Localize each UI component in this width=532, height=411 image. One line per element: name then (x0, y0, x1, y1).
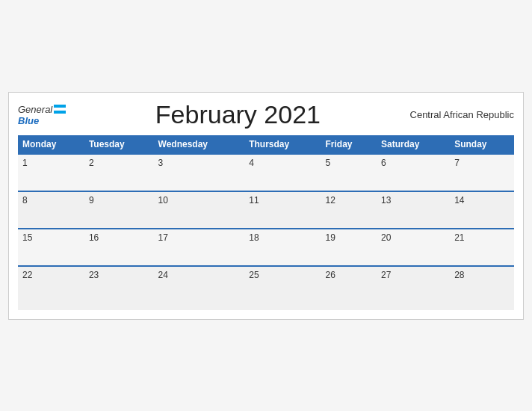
calendar-day: 10 (154, 191, 245, 229)
header-saturday: Saturday (377, 135, 450, 154)
calendar-day: 25 (244, 266, 321, 310)
calendar-day: 12 (321, 191, 377, 229)
calendar-day: 20 (377, 229, 450, 266)
calendar-week-1: 1234567 (18, 154, 514, 191)
logo: General Blue (18, 102, 66, 126)
calendar-day: 17 (154, 229, 245, 266)
calendar-week-4: 22232425262728 (18, 266, 514, 310)
calendar-day: 4 (244, 154, 321, 191)
logo-blue-text: Blue (18, 116, 39, 126)
logo-general-text: General (18, 102, 66, 116)
calendar-week-3: 15161718192021 (18, 229, 514, 266)
header-friday: Friday (321, 135, 377, 154)
country-label: Central African Republic (410, 109, 514, 120)
calendar-table: Monday Tuesday Wednesday Thursday Friday… (18, 135, 514, 310)
calendar-day: 21 (450, 229, 514, 266)
calendar-day: 22 (18, 266, 84, 310)
header-sunday: Sunday (450, 135, 514, 154)
calendar-day: 1 (18, 154, 84, 191)
calendar-day: 2 (84, 154, 154, 191)
calendar-day: 9 (84, 191, 154, 229)
calendar-day: 23 (84, 266, 154, 310)
calendar-day: 24 (154, 266, 245, 310)
calendar-day: 19 (321, 229, 377, 266)
calendar-title: February 2021 (155, 100, 321, 129)
calendar-week-2: 891011121314 (18, 191, 514, 229)
calendar-day: 16 (84, 229, 154, 266)
header-tuesday: Tuesday (84, 135, 154, 154)
calendar-day: 15 (18, 229, 84, 266)
header-monday: Monday (18, 135, 84, 154)
calendar-day: 27 (377, 266, 450, 310)
calendar-day: 18 (244, 229, 321, 266)
calendar-day: 5 (321, 154, 377, 191)
header-thursday: Thursday (244, 135, 321, 154)
calendar-day: 6 (377, 154, 450, 191)
calendar-day: 28 (450, 266, 514, 310)
calendar-day: 8 (18, 191, 84, 229)
header-wednesday: Wednesday (154, 135, 245, 154)
calendar-header: General Blue February 2021 Central Afric… (18, 100, 514, 129)
calendar-day: 3 (154, 154, 245, 191)
calendar-day: 11 (244, 191, 321, 229)
logo-flag-icon (54, 105, 66, 114)
calendar-day: 7 (450, 154, 514, 191)
day-header-row: Monday Tuesday Wednesday Thursday Friday… (18, 135, 514, 154)
calendar-day: 13 (377, 191, 450, 229)
calendar-day: 26 (321, 266, 377, 310)
calendar-day: 14 (450, 191, 514, 229)
calendar-container: General Blue February 2021 Central Afric… (8, 92, 524, 320)
